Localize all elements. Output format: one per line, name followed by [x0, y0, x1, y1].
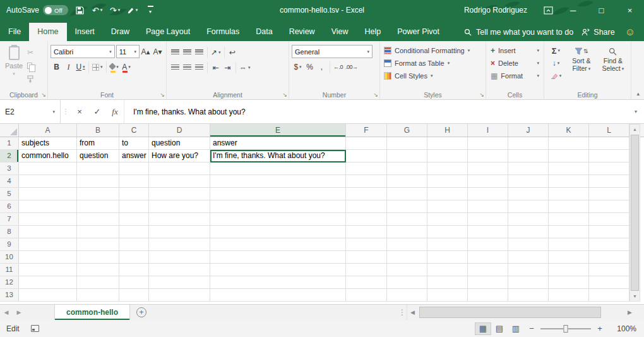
column-header-B[interactable]: B [77, 124, 119, 137]
accounting-format-button[interactable]: $ ▾ [292, 61, 304, 73]
column-header-G[interactable]: G [387, 124, 427, 137]
zoom-out-button[interactable]: − [524, 324, 539, 333]
scroll-up-button[interactable]: ▲ [630, 125, 640, 134]
increase-font-size-button[interactable]: A▴ [140, 46, 152, 58]
cell-I5[interactable] [468, 188, 508, 200]
number-dialog-launcher[interactable]: ↘ [373, 92, 378, 98]
cell-D7[interactable] [149, 213, 210, 226]
cell-B13[interactable] [77, 289, 119, 302]
cell-I11[interactable] [468, 264, 508, 276]
enter-entry-button[interactable]: ✓ [88, 100, 106, 123]
alignment-dialog-launcher[interactable]: ↘ [282, 92, 287, 98]
cell-F8[interactable] [346, 226, 387, 238]
close-button[interactable]: × [616, 0, 644, 20]
cell-I3[interactable] [468, 162, 508, 175]
cell-D3[interactable] [149, 162, 210, 175]
cell-H12[interactable] [427, 276, 468, 289]
cell-J9[interactable] [508, 238, 549, 251]
autosave-toggle[interactable]: AutoSave Off [6, 5, 68, 15]
format-painter-button[interactable] [25, 73, 38, 85]
row-header-4[interactable]: 4 [0, 175, 19, 188]
cell-J13[interactable] [508, 289, 549, 302]
copy-button[interactable]: ▾ [25, 59, 38, 71]
cell-B4[interactable] [77, 175, 119, 188]
orientation-button[interactable]: ↗ ▾ [210, 46, 222, 59]
horizontal-scroll-track[interactable] [418, 305, 624, 320]
cancel-entry-button[interactable]: × [71, 100, 88, 123]
customize-quick-access-button[interactable]: ▾ [144, 3, 157, 18]
borders-button[interactable]: ▾ [91, 61, 104, 73]
column-header-K[interactable]: K [549, 124, 589, 137]
insert-function-button[interactable]: fx [106, 100, 124, 123]
cell-L6[interactable] [589, 200, 629, 213]
cell-E5[interactable] [210, 188, 346, 200]
cell-E6[interactable] [210, 200, 346, 213]
tab-split-handle[interactable]: ⋮ [398, 305, 407, 320]
cell-F6[interactable] [346, 200, 387, 213]
cell-E3[interactable] [210, 162, 346, 175]
paste-button[interactable]: Paste ▾ [3, 44, 25, 85]
cell-K3[interactable] [549, 162, 589, 175]
column-header-F[interactable]: F [346, 124, 387, 137]
row-header-5[interactable]: 5 [0, 188, 19, 200]
cell-I12[interactable] [468, 276, 508, 289]
cell-B3[interactable] [77, 162, 119, 175]
increase-indent-button[interactable]: ⇥ [222, 61, 234, 74]
increase-decimal-button[interactable]: ←.0 [332, 61, 344, 73]
cell-E8[interactable] [210, 226, 346, 238]
column-header-D[interactable]: D [149, 124, 210, 137]
cell-A3[interactable] [19, 162, 77, 175]
cell-F5[interactable] [346, 188, 387, 200]
cell-H9[interactable] [427, 238, 468, 251]
bottom-align-button[interactable] [193, 46, 205, 59]
ribbon-tab-review[interactable]: Review [281, 23, 323, 41]
cell-H10[interactable] [427, 251, 468, 264]
cell-H6[interactable] [427, 200, 468, 213]
cell-G7[interactable] [387, 213, 427, 226]
cell-K12[interactable] [549, 276, 589, 289]
cell-F13[interactable] [346, 289, 387, 302]
cell-L1[interactable] [589, 137, 629, 150]
cell-E4[interactable] [210, 175, 346, 188]
column-header-J[interactable]: J [508, 124, 549, 137]
cell-B8[interactable] [77, 226, 119, 238]
ribbon-tab-file[interactable]: File [0, 23, 29, 41]
cell-E1[interactable]: answer [210, 137, 346, 150]
insert-cells-button[interactable]: + Insert ▾ [489, 44, 541, 57]
cell-A6[interactable] [19, 200, 77, 213]
redo-button[interactable]: ↷ ▾ [109, 3, 121, 18]
save-button[interactable] [73, 3, 86, 18]
cell-E13[interactable] [210, 289, 346, 302]
ribbon-display-options-button[interactable] [537, 0, 559, 20]
merge-center-button[interactable]: ⇔ ▾ [238, 61, 252, 74]
cell-H11[interactable] [427, 264, 468, 276]
vertical-scroll-thumb[interactable] [631, 135, 639, 291]
cell-H1[interactable] [427, 137, 468, 150]
cell-D2[interactable]: How are you? [149, 150, 210, 162]
ribbon-tab-help[interactable]: Help [357, 23, 390, 41]
cell-D4[interactable] [149, 175, 210, 188]
cell-C8[interactable] [119, 226, 149, 238]
cell-E2[interactable]: I'm fine, thanks. What about you? [210, 150, 346, 162]
cell-L5[interactable] [589, 188, 629, 200]
align-left-button[interactable] [169, 61, 181, 74]
cell-F1[interactable] [346, 137, 387, 150]
decrease-font-size-button[interactable]: A▾ [152, 46, 164, 58]
page-layout-view-button[interactable]: ▤ [491, 322, 508, 335]
cell-E7[interactable] [210, 213, 346, 226]
cell-K10[interactable] [549, 251, 589, 264]
cell-G1[interactable] [387, 137, 427, 150]
feedback-smiley-button[interactable]: ☺ [623, 23, 644, 41]
find-select-button[interactable]: Find & Select ▾ [598, 44, 628, 82]
select-all-button[interactable] [0, 124, 19, 137]
font-dialog-launcher[interactable]: ↘ [160, 92, 165, 98]
ribbon-tab-insert[interactable]: Insert [67, 23, 103, 41]
row-header-10[interactable]: 10 [0, 251, 19, 264]
row-header-1[interactable]: 1 [0, 137, 19, 150]
cell-H5[interactable] [427, 188, 468, 200]
tell-me-search[interactable]: Tell me what you want to do [464, 23, 573, 41]
cell-F11[interactable] [346, 264, 387, 276]
cell-J12[interactable] [508, 276, 549, 289]
cell-K11[interactable] [549, 264, 589, 276]
cell-A9[interactable] [19, 238, 77, 251]
